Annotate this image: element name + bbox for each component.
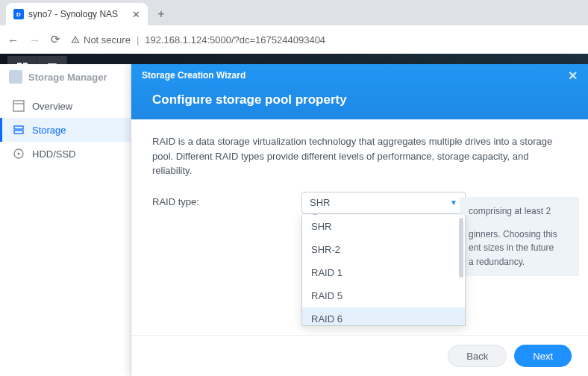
overview-icon xyxy=(13,100,25,112)
address-field[interactable]: Not secure | 192.168.1.124:5000/?dc=1675… xyxy=(71,34,581,46)
chevron-down-icon: ▼ xyxy=(450,198,457,207)
info-line: ginners. Choosing this xyxy=(469,228,570,242)
security-text: Not secure xyxy=(84,34,131,46)
svg-rect-5 xyxy=(13,101,24,111)
dropdown-option-shr[interactable]: SHR xyxy=(302,215,465,238)
wizard-title: Storage Creation Wizard xyxy=(142,70,245,81)
wizard-footer: Back Next xyxy=(131,335,588,376)
wizard-heading: Configure storage pool property xyxy=(131,87,588,119)
sidebar-item-label: HDD/SSD xyxy=(32,148,76,160)
reload-icon[interactable]: ⟳ xyxy=(51,33,60,46)
info-line: ent sizes in the future xyxy=(469,241,570,255)
tabs-bar: D syno7 - Synology NAS ✕ + xyxy=(0,0,588,25)
browser-tab[interactable]: D syno7 - Synology NAS ✕ xyxy=(6,3,148,25)
next-button[interactable]: Next xyxy=(514,345,572,367)
address-bar: ← → ⟳ Not secure | 192.168.1.124:5000/?d… xyxy=(0,25,588,54)
storage-manager-icon xyxy=(9,70,22,84)
storage-manager-sidebar: Storage Manager Overview Storage HDD/SSD xyxy=(0,64,131,376)
scrollbar[interactable] xyxy=(459,218,463,278)
dropdown-option-shr2[interactable]: SHR-2 xyxy=(302,238,465,261)
sidebar-item-hdd-ssd[interactable]: HDD/SSD xyxy=(0,142,131,166)
svg-rect-7 xyxy=(14,126,23,129)
storage-manager-title: Storage Manager xyxy=(28,72,107,83)
info-line: a redundancy. xyxy=(469,255,570,269)
storage-manager-header: Storage Manager xyxy=(0,64,131,90)
svg-rect-8 xyxy=(14,131,23,134)
svg-point-10 xyxy=(18,153,20,155)
separator: | xyxy=(137,34,139,46)
sidebar-item-label: Storage xyxy=(32,125,66,136)
wizard-body: RAID is a data storage virtualization te… xyxy=(131,119,588,335)
favicon-icon: D xyxy=(13,9,24,19)
close-icon[interactable]: ✕ xyxy=(132,9,140,20)
close-icon[interactable]: ✕ xyxy=(568,69,578,83)
raid-type-select[interactable]: SHR ▼ xyxy=(301,192,466,214)
dsm-desktop: Storage Manager Overview Storage HDD/SSD… xyxy=(0,54,588,376)
forward-icon[interactable]: → xyxy=(29,34,40,46)
raid-info-panel: comprising at least 2 ginners. Choosing … xyxy=(460,197,579,276)
raid-type-label: RAID type: xyxy=(152,192,301,207)
warning-icon xyxy=(71,35,80,44)
storage-creation-wizard: Storage Creation Wizard ✕ Configure stor… xyxy=(131,64,588,376)
dropdown-option-raid5[interactable]: RAID 5 xyxy=(302,284,465,307)
info-line: comprising at least 2 xyxy=(469,204,570,219)
dropdown-option-raid6[interactable]: RAID 6 xyxy=(302,307,465,325)
browser-chrome: D syno7 - Synology NAS ✕ + ← → ⟳ Not sec… xyxy=(0,0,588,54)
raid-type-dropdown: SHR SHR-2 RAID 1 RAID 5 RAID 6 RAID 10 B… xyxy=(301,215,466,326)
url-text: 192.168.1.124:5000/?dc=1675244093404 xyxy=(145,34,325,46)
sidebar-item-storage[interactable]: Storage xyxy=(0,118,131,142)
back-button[interactable]: Back xyxy=(448,345,507,367)
new-tab-button[interactable]: + xyxy=(152,5,170,23)
disk-icon xyxy=(13,148,25,160)
security-badge: Not secure xyxy=(71,34,131,46)
wizard-header: Storage Creation Wizard ✕ Configure stor… xyxy=(131,64,588,119)
tab-title: syno7 - Synology NAS xyxy=(28,9,118,19)
wizard-description: RAID is a data storage virtualization te… xyxy=(152,134,567,178)
back-icon[interactable]: ← xyxy=(7,34,19,46)
sidebar-item-label: Overview xyxy=(32,101,72,112)
sidebar-item-overview[interactable]: Overview xyxy=(0,94,131,118)
dropdown-option-raid1[interactable]: RAID 1 xyxy=(302,261,465,284)
storage-icon xyxy=(13,124,25,136)
raid-type-value: SHR xyxy=(310,197,330,208)
sidebar-nav: Overview Storage HDD/SSD xyxy=(0,90,131,166)
